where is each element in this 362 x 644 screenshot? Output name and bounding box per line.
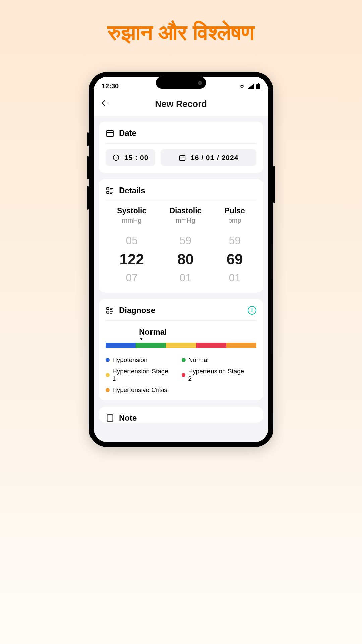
systolic-label: Systolic	[117, 206, 146, 215]
diagnose-color-bar	[106, 343, 256, 348]
status-time: 12:30	[102, 82, 119, 90]
legend-item: Hypertension Stage 1	[106, 368, 174, 382]
date-value: 16 / 01 / 2024	[191, 154, 238, 162]
systolic-unit: mmHg	[122, 217, 142, 224]
svg-rect-17	[107, 307, 109, 310]
pulse-unit: bmp	[228, 217, 241, 224]
diagnose-card-title: Diagnose	[119, 306, 155, 315]
diagnose-legend: Hypotension Normal Hypertension Stage 1 …	[106, 356, 256, 394]
diastolic-label: Diastolic	[169, 206, 201, 215]
legend-item: Normal	[182, 356, 250, 364]
calendar-small-icon	[179, 154, 186, 161]
battery-icon	[256, 83, 260, 89]
seg-crisis	[226, 343, 256, 348]
diastolic-value: 80	[177, 251, 194, 268]
back-button[interactable]	[100, 99, 109, 110]
date-card-title: Date	[119, 128, 136, 138]
diagnose-card: Diagnose i Normal ▼ Hypotension Normal	[99, 299, 263, 400]
calendar-icon	[106, 129, 114, 138]
svg-rect-1	[258, 83, 259, 84]
diastolic-prev: 59	[180, 234, 192, 247]
diagnose-pointer-icon: ▼	[139, 336, 256, 341]
promo-headline: रुझान और विश्लेषण	[108, 20, 254, 45]
diagnose-icon	[106, 306, 114, 315]
pulse-picker[interactable]: Pulse bmp 59 69 01	[225, 206, 245, 286]
svg-rect-11	[107, 187, 109, 190]
phone-screen: 12:30 New Record Date	[94, 77, 268, 442]
svg-rect-12	[107, 191, 109, 194]
svg-rect-23	[107, 415, 113, 421]
app-header: New Record	[94, 93, 268, 116]
systolic-picker[interactable]: Systolic mmHg 05 122 07	[117, 206, 146, 286]
diastolic-next: 01	[180, 272, 192, 284]
seg-stage2	[196, 343, 226, 348]
systolic-next: 07	[126, 272, 138, 284]
wifi-icon	[239, 84, 245, 89]
systolic-prev: 05	[126, 234, 138, 247]
date-picker[interactable]: 16 / 01 / 2024	[161, 149, 256, 166]
time-picker[interactable]: 15 : 00	[106, 149, 155, 166]
time-value: 15 : 00	[124, 154, 148, 162]
page-title: New Record	[155, 99, 207, 109]
pulse-label: Pulse	[225, 206, 245, 215]
diastolic-unit: mmHg	[176, 217, 195, 224]
details-card-title: Details	[119, 186, 145, 195]
seg-normal	[136, 343, 166, 348]
note-card: Note	[99, 407, 263, 423]
note-icon	[106, 414, 114, 422]
systolic-value: 122	[119, 251, 144, 268]
details-icon	[106, 186, 114, 195]
svg-rect-0	[256, 84, 260, 89]
diagnose-current: Normal	[139, 327, 256, 337]
legend-item: Hypertension Stage 2	[182, 368, 250, 382]
legend-item: Hypertensive Crisis	[106, 386, 256, 394]
note-card-title: Note	[119, 413, 137, 423]
date-card: Date 15 : 00 16 / 01 / 2024	[99, 122, 263, 173]
diastolic-picker[interactable]: Diastolic mmHg 59 80 01	[169, 206, 201, 286]
signal-icon	[248, 84, 254, 89]
pulse-value: 69	[227, 251, 243, 268]
svg-rect-2	[107, 130, 113, 136]
seg-hypotension	[106, 343, 136, 348]
info-icon[interactable]: i	[248, 306, 256, 315]
pulse-prev: 59	[229, 234, 241, 247]
pulse-next: 01	[229, 272, 241, 284]
legend-item: Hypotension	[106, 356, 174, 364]
phone-notch	[156, 77, 206, 89]
clock-icon	[112, 154, 120, 161]
seg-stage1	[166, 343, 196, 348]
svg-rect-18	[107, 311, 109, 313]
details-card: Details Systolic mmHg 05 122 07 Diastoli…	[99, 179, 263, 293]
svg-rect-7	[180, 156, 185, 161]
phone-frame: 12:30 New Record Date	[89, 72, 273, 447]
